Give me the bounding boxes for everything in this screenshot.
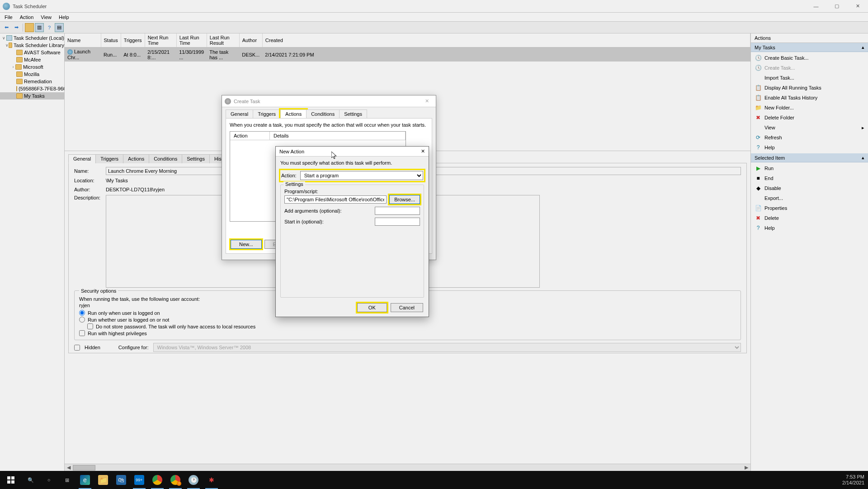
action-end[interactable]: ■End [751,173,868,183]
tree-item-my-tasks[interactable]: My Tasks [0,92,64,100]
menu-view[interactable]: View [37,14,55,21]
menu-help[interactable]: Help [55,14,73,21]
close-button[interactable]: ✕ [847,0,868,13]
start-button[interactable] [0,471,22,489]
tab-actions[interactable]: Actions [280,109,307,119]
action-new-folder[interactable]: 📁New Folder... [751,103,868,113]
cortana-button[interactable]: ○ [40,471,58,489]
actions-section-my-tasks[interactable]: My Tasks▴ [751,43,868,52]
task-row[interactable]: Launch Chr... Run... At 8:0... 2/15/2021… [65,47,750,62]
close-icon[interactable]: ✕ [420,98,433,104]
action-help-2[interactable]: ?Help [751,223,868,233]
help-button[interactable]: ? [45,23,54,32]
action-type-select[interactable]: Start a program [300,171,423,180]
radio-logged-on-or-not[interactable] [79,317,85,323]
help-icon: ? [755,144,762,151]
tree-root[interactable]: ∨Task Scheduler (Local) [0,34,64,42]
arguments-input[interactable] [375,207,420,215]
action-help[interactable]: ?Help [751,142,868,152]
show-hide-action-pane-button[interactable]: ▤ [55,23,64,32]
menu-action[interactable]: Action [16,14,38,21]
forward-button[interactable]: ➡ [12,23,21,32]
store-icon[interactable]: 🛍 [112,471,130,489]
ok-button[interactable]: OK [357,303,387,312]
up-button[interactable] [25,23,34,32]
tab-triggers[interactable]: Triggers [253,109,281,119]
action-export[interactable]: Export... [751,193,868,203]
action-import-task[interactable]: Import Task... [751,73,868,83]
edge-icon[interactable]: e [76,471,94,489]
titlebar: Task Scheduler — ▢ ✕ [0,0,868,13]
action-refresh[interactable]: ⟳Refresh [751,133,868,142]
dialog-titlebar[interactable]: New Action ✕ [276,147,429,157]
app-icon[interactable]: ✱ [203,471,221,489]
tab-settings[interactable]: Settings [339,109,367,119]
chrome-icon[interactable] [148,471,166,489]
maximize-button[interactable]: ▢ [826,0,847,13]
menu-file[interactable]: File [1,14,16,21]
startin-input[interactable] [375,218,420,226]
minimize-button[interactable]: — [806,0,826,13]
detail-tab-settings[interactable]: Settings [182,154,210,163]
tree-library[interactable]: ∨Task Scheduler Library [0,42,64,49]
mail-icon[interactable]: 99+ [130,471,148,489]
dialog-titlebar[interactable]: Create Task ✕ [222,95,436,107]
tree-item[interactable]: McAfee [0,56,64,63]
radio-logged-on[interactable] [79,310,85,316]
name-label: Name: [74,168,106,174]
browse-button[interactable]: Browse... [389,195,420,204]
show-hide-console-tree-button[interactable]: ▥ [35,23,44,32]
detail-tab-general[interactable]: General [68,154,96,163]
search-button[interactable]: 🔍 [22,471,40,489]
new-action-dialog: New Action ✕ You must specify what actio… [275,146,429,317]
new-action-hint: You must specify what action this task w… [280,160,424,166]
system-clock[interactable]: 7:53 PM 2/14/2021 [839,474,868,486]
tab-conditions[interactable]: Conditions [306,109,340,119]
configure-for-select[interactable]: Windows Vista™, Windows Server™ 2008 [153,343,741,352]
app-icon [3,3,10,10]
toolbar: ⬅ ➡ ▥ ? ▤ [0,22,868,33]
location-label: Location: [74,178,106,183]
tab-general[interactable]: General [226,109,253,119]
cancel-button[interactable]: Cancel [391,303,423,312]
check-hidden[interactable] [74,345,80,351]
check-highest-priv[interactable] [79,330,85,336]
action-create-basic-task[interactable]: 🕓Create Basic Task... [751,53,868,63]
tree-item[interactable]: Mozilla [0,71,64,78]
action-delete-folder[interactable]: ✖Delete Folder [751,113,868,123]
stop-icon: ■ [755,175,762,182]
refresh-icon: ⟳ [755,134,762,141]
detail-tab-conditions[interactable]: Conditions [149,154,182,163]
task-scheduler-icon[interactable]: 🕐 [184,471,203,489]
tree-item[interactable]: ›Microsoft [0,63,64,71]
actions-pane: Actions My Tasks▴ 🕓Create Basic Task... … [750,33,868,471]
disable-icon: ◆ [755,185,762,192]
tree-item[interactable]: {595886F3-7FE8-966B- [0,85,64,92]
tree-item[interactable]: Remediation [0,78,64,85]
tree-item[interactable]: AVAST Software [0,49,64,56]
detail-tab-actions[interactable]: Actions [123,154,149,163]
horizontal-scrollbar[interactable]: ◀▶ [65,464,750,471]
check-no-store-password[interactable] [87,323,93,329]
action-create-task[interactable]: 🕓Create Task... [751,63,868,73]
chrome-icon-2[interactable]: ! [166,471,184,489]
actions-section-selected[interactable]: Selected Item▴ [751,153,868,162]
action-display-running[interactable]: 📋Display All Running Tasks [751,83,868,93]
new-button[interactable]: New... [231,240,262,249]
explorer-icon[interactable]: 📁 [94,471,112,489]
collapse-icon[interactable]: ▴ [862,155,864,161]
collapse-icon[interactable]: ▴ [862,44,864,50]
action-run[interactable]: ▶Run [751,163,868,173]
action-properties[interactable]: 📄Properties [751,203,868,213]
action-view[interactable]: View▸ [751,123,868,133]
task-view-button[interactable]: ⊞ [58,471,76,489]
tree-pane[interactable]: ∨Task Scheduler (Local) ∨Task Scheduler … [0,33,65,471]
action-enable-history[interactable]: 📋Enable All Tasks History [751,93,868,103]
detail-tab-triggers[interactable]: Triggers [95,154,123,163]
action-disable[interactable]: ◆Disable [751,183,868,193]
back-button[interactable]: ⬅ [2,23,11,32]
taskbar[interactable]: 🔍 ○ ⊞ e 📁 🛍 99+ ! 🕐 ✱ 7:53 PM 2/14/2021 [0,471,868,489]
program-input[interactable] [284,195,387,204]
close-icon[interactable]: ✕ [421,148,425,154]
action-delete[interactable]: ✖Delete [751,213,868,223]
